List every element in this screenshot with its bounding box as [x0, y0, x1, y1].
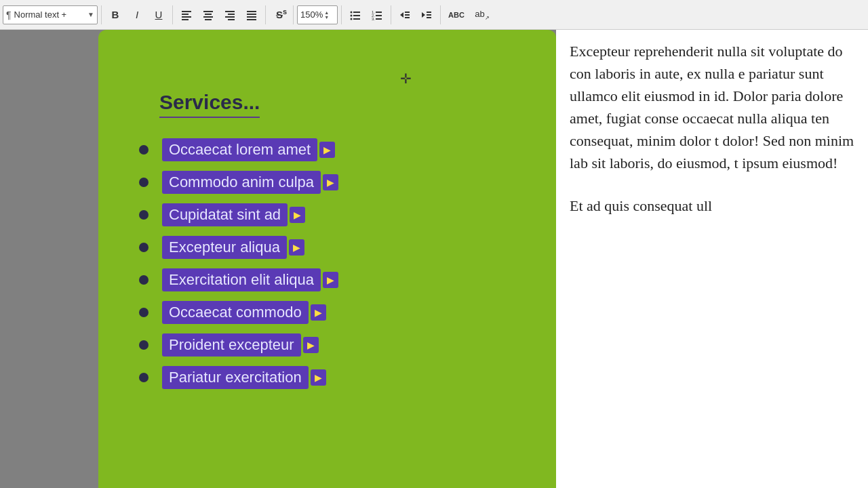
spellcheck-button[interactable]: ABC: [444, 5, 469, 24]
svg-point-18: [351, 14, 353, 16]
list-item: Proident excepteur ▶: [139, 333, 549, 357]
service-arrow-button[interactable]: ▶: [311, 369, 326, 386]
service-arrow-button[interactable]: ▶: [311, 304, 326, 321]
service-link[interactable]: Occaecat commodo: [162, 301, 309, 324]
zoom-control[interactable]: 150% ▲ ▼: [297, 5, 338, 24]
service-link[interactable]: Excepteur aliqua: [162, 236, 287, 259]
svg-rect-14: [247, 16, 256, 18]
service-link[interactable]: Commodo anim culpa: [162, 171, 321, 194]
service-link-container: Proident excepteur ▶: [162, 333, 319, 357]
service-arrow-button[interactable]: ▶: [323, 272, 338, 288]
spellcheck-label: ABC: [448, 11, 465, 19]
svg-rect-21: [353, 18, 360, 20]
svg-rect-13: [247, 14, 256, 15]
service-link-container: Commodo anim culpa ▶: [162, 171, 338, 194]
svg-rect-15: [247, 19, 256, 20]
bullet-icon: [139, 243, 149, 252]
svg-rect-7: [205, 19, 212, 20]
service-link-container: Pariatur exercitation ▶: [162, 366, 326, 389]
svg-rect-3: [182, 19, 189, 20]
svg-rect-17: [353, 12, 360, 13]
service-arrow-button[interactable]: ▶: [319, 142, 335, 158]
svg-rect-29: [405, 12, 410, 13]
list-item: Occaecat commodo ▶: [139, 301, 549, 324]
justify-button[interactable]: [241, 5, 262, 24]
align-center-button[interactable]: [198, 5, 218, 24]
left-gutter: [0, 30, 98, 488]
bullet-icon: [139, 373, 149, 382]
svg-rect-35: [427, 17, 431, 18]
svg-rect-27: [376, 18, 382, 20]
svg-rect-10: [225, 16, 235, 18]
strikethrough-button[interactable]: s S: [269, 5, 290, 24]
decrease-indent-button[interactable]: [395, 5, 415, 24]
list-item: Pariatur exercitation ▶: [139, 366, 549, 389]
chevron-down-icon: ▼: [87, 11, 94, 18]
align-left-button[interactable]: [176, 5, 197, 24]
svg-rect-34: [427, 14, 431, 16]
right-text-panel: Excepteur reprehenderit nulla sit volupt…: [556, 30, 868, 488]
bullet-icon: [139, 275, 149, 285]
services-list: Occaecat lorem amet ▶ Commodo anim culpa…: [139, 138, 549, 399]
underline-button[interactable]: U: [149, 5, 169, 24]
bullet-icon: [139, 308, 149, 317]
zoom-arrows[interactable]: ▲ ▼: [324, 10, 329, 20]
service-arrow-button[interactable]: ▶: [323, 174, 338, 190]
service-link-container: Cupidatat sint ad ▶: [162, 203, 305, 226]
svg-marker-28: [400, 12, 403, 18]
bullet-icon: [139, 178, 149, 187]
increase-indent-button[interactable]: [416, 5, 437, 24]
separator-5: [341, 5, 342, 24]
document-panel: ✛ Services... Occaecat lorem amet ▶ Comm…: [98, 30, 556, 488]
service-link-container: Occaecat commodo ▶: [162, 301, 326, 324]
service-link[interactable]: Cupidatat sint ad: [162, 203, 288, 226]
separator-3: [265, 5, 266, 24]
service-link[interactable]: Pariatur exercitation: [162, 366, 309, 389]
bullet-icon: [139, 145, 149, 155]
zoom-down-arrow[interactable]: ▼: [324, 15, 329, 20]
service-link[interactable]: Proident excepteur: [162, 333, 301, 357]
bold-button[interactable]: B: [105, 5, 125, 24]
zoom-up-arrow[interactable]: ▲: [324, 10, 329, 15]
service-arrow-button[interactable]: ▶: [290, 207, 305, 223]
list-item: Exercitation elit aliqua ▶: [139, 268, 549, 291]
svg-marker-32: [422, 12, 425, 18]
service-link-container: Exercitation elit aliqua ▶: [162, 268, 338, 291]
svg-rect-19: [353, 15, 360, 16]
ordered-list-button[interactable]: 1.2.3.: [367, 5, 387, 24]
italic-button[interactable]: I: [127, 5, 147, 24]
svg-rect-1: [182, 14, 189, 15]
style-dropdown[interactable]: ¶ Normal text + ▼: [3, 5, 98, 24]
svg-point-20: [351, 18, 353, 20]
service-link[interactable]: Occaecat lorem amet: [162, 138, 317, 161]
bullet-icon: [139, 210, 149, 220]
unordered-list-button[interactable]: [345, 5, 366, 24]
svg-rect-12: [247, 11, 256, 12]
svg-rect-6: [203, 16, 213, 18]
align-right-button[interactable]: [220, 5, 240, 24]
list-item: Occaecat lorem amet ▶: [139, 138, 549, 161]
paragraph-icon: ¶: [6, 9, 12, 20]
toolbar: ¶ Normal text + ▼ B I U s S 150% ▲ ▼ 1: [0, 0, 868, 30]
separator-4: [293, 5, 294, 24]
cursor-icon: ✛: [400, 70, 412, 87]
separator-6: [391, 5, 391, 24]
service-arrow-button[interactable]: ▶: [303, 337, 319, 353]
svg-rect-8: [225, 11, 235, 12]
svg-rect-31: [405, 17, 410, 18]
service-arrow-button[interactable]: ▶: [289, 239, 304, 256]
svg-rect-0: [182, 11, 191, 12]
svg-rect-5: [205, 14, 212, 15]
separator-7: [440, 5, 441, 24]
svg-rect-33: [427, 12, 431, 13]
autocorrect-button[interactable]: ab↗: [470, 5, 494, 24]
service-link[interactable]: Exercitation elit aliqua: [162, 268, 321, 291]
svg-text:3.: 3.: [372, 17, 375, 20]
separator-2: [172, 5, 173, 24]
service-link-container: Occaecat lorem amet ▶: [162, 138, 335, 161]
svg-point-16: [351, 11, 353, 13]
svg-rect-25: [376, 15, 382, 16]
svg-rect-11: [228, 19, 235, 20]
style-dropdown-label: Normal text +: [14, 9, 67, 20]
svg-rect-9: [228, 14, 235, 15]
